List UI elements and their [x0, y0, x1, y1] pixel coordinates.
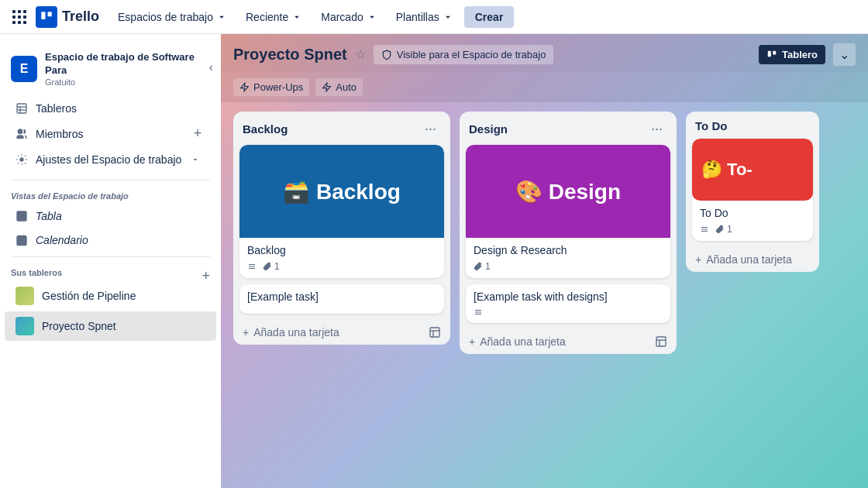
card-template-icon-design — [655, 335, 667, 348]
list-todo-add-card[interactable]: + Añada una tarjeta — [686, 247, 819, 272]
board-chevron-button[interactable]: ⌄ — [833, 43, 856, 66]
board-header: Proyecto Spnet ☆ Visible para el Espacio… — [221, 34, 868, 72]
card-example-designs[interactable]: [Example task with designs] — [466, 284, 670, 323]
svg-marker-18 — [241, 83, 249, 91]
sidebar-views-title: Vistas del Espacio de trabajo — [0, 185, 221, 204]
card-cover-design: 🎨 Design — [466, 145, 670, 238]
svg-point-7 — [20, 158, 23, 161]
powerups-button[interactable]: Power-Ups — [233, 78, 309, 96]
lists-area: Backlog ··· 🗃️ Backlog Backlog — [221, 102, 868, 488]
list-backlog: Backlog ··· 🗃️ Backlog Backlog — [233, 112, 450, 345]
list-design-add-card[interactable]: + Añada una tarjeta — [460, 329, 677, 354]
board-area: Proyecto Spnet ☆ Visible para el Espacio… — [221, 34, 868, 488]
sidebar-divider-2 — [11, 256, 210, 257]
sidebar-item-boards[interactable]: Tableros — [5, 97, 216, 120]
sidebar: E Espacio de trabajo de Software Para Gr… — [0, 34, 221, 488]
card-design-cover[interactable]: 🎨 Design Design & Research 1 — [466, 145, 670, 278]
card-attachment-backlog: 1 — [263, 261, 280, 272]
card-backlog-meta: 1 — [247, 261, 436, 272]
card-example-designs-body: [Example task with designs] — [466, 284, 670, 323]
svg-point-6 — [18, 129, 22, 133]
svg-rect-17 — [773, 50, 776, 54]
sidebar-item-calendar[interactable]: Calendario — [5, 229, 216, 252]
card-example-task[interactable]: [Example task] — [239, 284, 444, 314]
svg-rect-2 — [17, 104, 26, 113]
svg-rect-16 — [768, 50, 771, 57]
svg-rect-12 — [17, 235, 26, 245]
templates-nav[interactable]: Plantillas — [388, 6, 461, 28]
workspace-header: E Espacio de trabajo de Software Para Gr… — [0, 42, 221, 93]
trello-wordmark: Trello — [62, 9, 99, 25]
list-backlog-header: Backlog ··· — [233, 112, 450, 145]
board-visibility-button[interactable]: Visible para el Espacio de trabajo — [374, 45, 554, 64]
main-body: E Espacio de trabajo de Software Para Gr… — [0, 34, 868, 488]
card-backlog-body: Backlog 1 — [239, 238, 444, 278]
card-desc-designs-icon — [474, 308, 483, 317]
card-attachment-todo: 1 — [715, 224, 732, 235]
sidebar-item-members[interactable]: Miembros + — [5, 121, 216, 147]
star-icon[interactable]: ☆ — [355, 47, 366, 62]
card-todo-meta: 1 — [700, 224, 805, 235]
create-button[interactable]: Crear — [464, 6, 515, 28]
sidebar-main-section: Tableros Miembros + Ajustes del Espacio … — [0, 93, 221, 175]
sidebar-item-table[interactable]: Tabla — [5, 204, 216, 228]
sidebar-board-spnet[interactable]: Proyecto Spnet — [5, 311, 216, 341]
card-todo-cover[interactable]: 🤔 To- To Do 1 — [692, 139, 813, 241]
card-cover-todo: 🤔 To- — [692, 139, 813, 201]
card-design-meta: 1 — [474, 261, 663, 272]
list-design-header: Design ··· — [460, 112, 677, 145]
sidebar-divider-1 — [11, 180, 210, 180]
sidebar-collapse-button[interactable]: ‹ — [209, 60, 213, 74]
workspace-plan: Gratuito — [45, 77, 210, 87]
list-todo: To Do 🤔 To- To Do — [686, 112, 819, 272]
card-cover-backlog: 🗃️ Backlog — [239, 145, 444, 238]
workspace-avatar: E — [11, 56, 37, 82]
board-color-spnet — [16, 317, 34, 335]
svg-rect-20 — [430, 328, 439, 337]
card-example-task-body: [Example task] — [239, 284, 444, 314]
workspace-name: Espacio de trabajo de Software Para — [45, 51, 210, 77]
list-design: Design ··· 🎨 Design Design & Research 1 — [460, 112, 677, 354]
list-backlog-add-card[interactable]: + Añada una tarjeta — [233, 320, 450, 345]
automation-button[interactable]: Auto — [315, 78, 363, 96]
svg-rect-0 — [41, 12, 45, 19]
trello-logo[interactable]: Trello — [36, 6, 99, 28]
card-design-body: Design & Research 1 — [466, 238, 670, 278]
card-designs-meta — [474, 308, 663, 317]
svg-rect-23 — [656, 337, 666, 346]
card-desc-todo-icon — [700, 225, 709, 234]
card-template-icon — [429, 326, 441, 339]
svg-marker-19 — [323, 83, 331, 91]
list-todo-header: To Do — [686, 112, 819, 139]
top-nav: Trello Espacios de trabajo Reciente Marc… — [0, 0, 868, 34]
starred-nav[interactable]: Marcado — [313, 6, 384, 28]
grid-menu-icon[interactable] — [9, 7, 29, 27]
board-view-button[interactable]: Tablero — [759, 45, 825, 64]
add-member-button[interactable]: + — [190, 126, 205, 142]
svg-rect-1 — [48, 12, 52, 16]
list-backlog-menu[interactable]: ··· — [420, 119, 441, 139]
svg-rect-8 — [17, 211, 26, 221]
sidebar-board-pipeline[interactable]: Gestión de Pipeline — [5, 281, 202, 311]
board-tools: Power-Ups Auto — [221, 72, 868, 102]
recent-nav[interactable]: Reciente — [238, 6, 310, 28]
sidebar-item-settings[interactable]: Ajustes del Espacio de trabajo — [5, 148, 216, 171]
card-desc-icon — [247, 262, 257, 271]
workspace-info: Espacio de trabajo de Software Para Grat… — [45, 51, 210, 87]
sidebar-boards-title: Sus tableros + — [0, 262, 221, 280]
board-color-pipeline — [16, 287, 34, 305]
board-title: Proyecto Spnet — [233, 46, 347, 64]
card-attachment-design: 1 — [474, 261, 491, 272]
list-design-menu[interactable]: ··· — [646, 119, 667, 139]
card-todo-body: To Do 1 — [692, 201, 813, 241]
card-backlog-cover[interactable]: 🗃️ Backlog Backlog 1 — [239, 145, 444, 278]
workspaces-nav[interactable]: Espacios de trabajo — [110, 6, 235, 28]
add-board-button[interactable]: + — [202, 268, 210, 284]
